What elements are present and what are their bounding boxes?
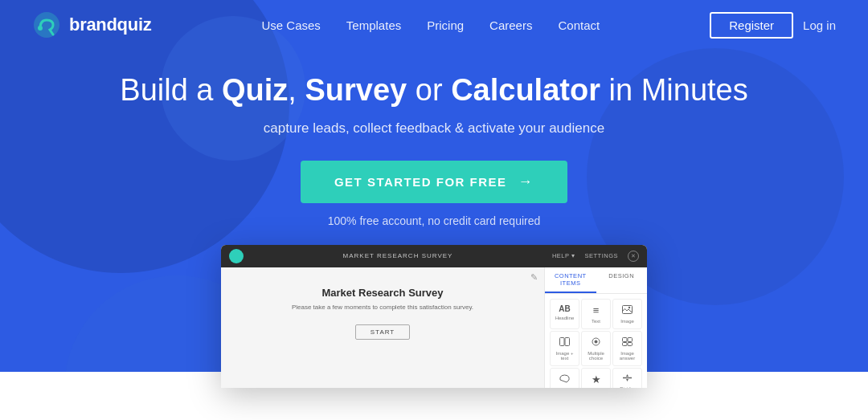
sidebar-item-image-answer[interactable]: Image answer <box>612 331 642 366</box>
hero-headline: Build a Quiz, Survey or Calculator in Mi… <box>0 72 868 109</box>
text-icon: ≡ <box>593 304 600 316</box>
headline-sep1: , <box>288 73 305 107</box>
svg-marker-13 <box>626 374 628 377</box>
sidebar-item-rating[interactable]: ★ Rating <box>581 368 611 388</box>
headline-label: Headline <box>555 316 575 320</box>
edit-icon: ✎ <box>530 272 538 283</box>
headline-end: in Minutes <box>600 73 748 107</box>
svg-rect-5 <box>565 337 570 345</box>
cta-button[interactable]: GET STARTED FOR FREE → <box>301 161 567 203</box>
sidebar-item-text[interactable]: ≡ Text <box>581 299 611 329</box>
tab-content-items[interactable]: CONTENT ITEMS <box>545 267 596 293</box>
hero-subheadline: capture leads, collect feedback & activa… <box>0 120 868 137</box>
image-label: Image <box>620 319 634 324</box>
survey-description: Please take a few moments to complete th… <box>232 303 533 312</box>
app-titlebar: MARKET RESEARCH SURVEY HELP ▾ SETTINGS ✕ <box>221 245 647 267</box>
app-survey-name: MARKET RESEARCH SURVEY <box>268 252 528 259</box>
rating-icon: ★ <box>592 373 601 385</box>
svg-point-1 <box>38 26 43 31</box>
logo-area[interactable]: brandquiz <box>32 10 151 39</box>
svg-rect-9 <box>628 337 633 341</box>
svg-point-3 <box>628 306 630 308</box>
app-nav-right: HELP ▾ SETTINGS ✕ <box>552 251 639 262</box>
image-answer-label: Image answer <box>615 351 640 361</box>
edit-area: ✎ Market Research Survey Please take a f… <box>221 267 544 388</box>
sidebar-item-divider[interactable]: Divider <box>612 368 642 388</box>
sidebar-item-free-text[interactable]: Free text input <box>550 368 579 388</box>
multiple-choice-label: Multiple choice <box>583 351 608 361</box>
cta-label: GET STARTED FOR FREE <box>334 175 507 189</box>
svg-rect-10 <box>623 342 628 345</box>
headline-sep2: or <box>407 73 451 107</box>
login-button[interactable]: Log in <box>803 18 836 32</box>
app-body: ✎ Market Research Survey Please take a f… <box>221 267 647 388</box>
headline-calculator: Calculator <box>451 73 600 107</box>
sidebar-item-image[interactable]: Image <box>612 299 642 329</box>
sidebar-panel: CONTENT ITEMS DESIGN AB Headline ≡ Text <box>544 267 647 388</box>
nav-templates[interactable]: Templates <box>346 18 401 32</box>
svg-rect-8 <box>623 337 628 341</box>
image-text-icon <box>559 336 570 349</box>
text-label: Text <box>592 319 600 324</box>
logo-icon <box>32 10 61 39</box>
divider-icon <box>622 373 633 384</box>
hero-section: Build a Quiz, Survey or Calculator in Mi… <box>0 50 868 388</box>
nav-contact[interactable]: Contact <box>558 18 600 32</box>
app-preview: MARKET RESEARCH SURVEY HELP ▾ SETTINGS ✕… <box>221 245 647 388</box>
headline-icon: AB <box>559 304 570 313</box>
nav-use-cases[interactable]: Use Cases <box>262 18 321 32</box>
svg-rect-11 <box>628 342 633 345</box>
sidebar-grid: AB Headline ≡ Text Image <box>545 294 647 388</box>
multiple-choice-icon <box>591 336 601 349</box>
sidebar-item-multiple-choice[interactable]: Multiple choice <box>581 331 611 366</box>
image-icon <box>622 304 633 316</box>
hero-note: 100% free account, no credit card requir… <box>0 214 868 227</box>
headline-quiz: Quiz <box>222 73 288 107</box>
cta-arrow-icon: → <box>518 173 534 190</box>
nav-actions: Register Log in <box>710 12 836 39</box>
sidebar-tabs: CONTENT ITEMS DESIGN <box>545 267 647 294</box>
headline-survey: Survey <box>305 73 407 107</box>
divider-label: Divider <box>620 386 635 388</box>
svg-marker-14 <box>626 379 628 381</box>
register-button[interactable]: Register <box>710 12 793 39</box>
navbar: brandquiz Use Cases Templates Pricing Ca… <box>0 0 868 50</box>
survey-title: Market Research Survey <box>232 287 533 299</box>
free-text-icon <box>559 373 570 385</box>
tab-design[interactable]: DESIGN <box>596 267 648 293</box>
sidebar-item-headline[interactable]: AB Headline <box>550 299 579 329</box>
svg-point-0 <box>34 12 59 38</box>
brand-name: brandquiz <box>69 14 151 35</box>
svg-rect-4 <box>560 337 565 345</box>
image-answer-icon <box>622 336 633 349</box>
headline-start: Build a <box>120 73 222 107</box>
app-close-icon[interactable]: ✕ <box>628 251 639 262</box>
app-logo-icon <box>229 249 244 263</box>
sidebar-item-image-text[interactable]: Image + text <box>550 331 579 366</box>
survey-content: Market Research Survey Please take a few… <box>232 275 533 340</box>
nav-links: Use Cases Templates Pricing Careers Cont… <box>262 18 600 32</box>
survey-start-button[interactable]: START <box>355 324 410 340</box>
nav-careers[interactable]: Careers <box>489 18 532 32</box>
nav-pricing[interactable]: Pricing <box>427 18 464 32</box>
svg-point-7 <box>595 340 598 343</box>
app-help-label[interactable]: HELP ▾ <box>552 252 575 259</box>
app-settings-label[interactable]: SETTINGS <box>584 252 618 259</box>
image-text-label: Image + text <box>552 351 577 361</box>
